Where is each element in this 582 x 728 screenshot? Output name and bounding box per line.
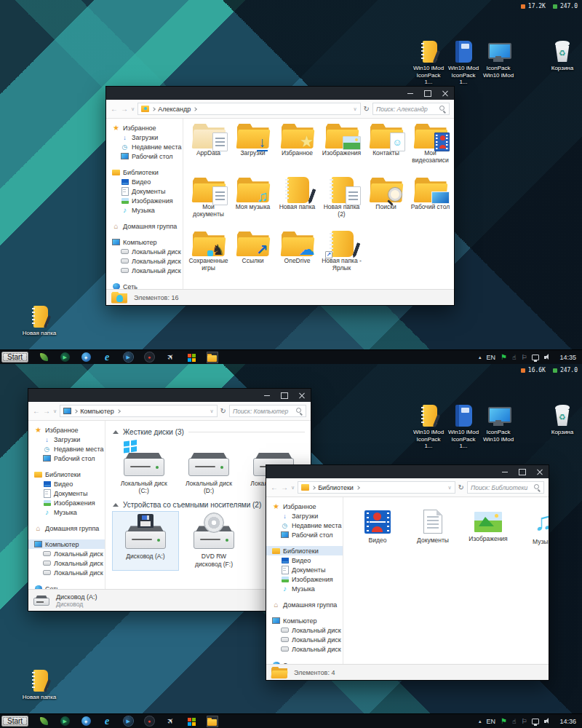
search-input[interactable]: Поиск: Компьютер <box>229 405 306 417</box>
library-item[interactable]: ♫ Музыка <box>521 507 549 545</box>
folder-item[interactable]: ☁ OneDrive <box>275 229 319 283</box>
sidebar-item[interactable]: ⌂ Домашняя группа <box>28 523 105 533</box>
group-header-hdd[interactable]: Жесткие диски (3) <box>113 428 305 436</box>
sidebar-item[interactable]: Локальный диск (E:) <box>266 644 343 654</box>
airplane-icon[interactable]: ✈ <box>164 352 176 363</box>
internet-explorer-icon[interactable]: e <box>101 352 113 363</box>
sidebar-item[interactable]: Компьютер <box>28 539 105 549</box>
sidebar-item[interactable]: Библиотеки <box>266 546 343 555</box>
sidebar-item[interactable]: ♪ Музыка <box>106 205 183 215</box>
drive-item[interactable]: Локальный диск (D:) <box>178 439 239 496</box>
tray-expand-icon[interactable]: ▴ <box>479 719 482 724</box>
language-indicator[interactable]: EN <box>486 718 495 725</box>
sidebar-item[interactable]: ★ Избранное <box>106 123 183 132</box>
action-center-flag-icon[interactable]: ⚐ <box>521 354 527 361</box>
breadcrumb[interactable]: Александр <box>158 106 191 113</box>
minimize-button[interactable] <box>496 465 514 478</box>
folder-item[interactable]: Мои документы <box>186 175 231 229</box>
folder-item[interactable]: Изображения <box>319 122 364 175</box>
address-dropdown-icon[interactable]: ∨ <box>447 485 451 491</box>
forward-button[interactable]: → <box>43 407 50 415</box>
leaf-icon[interactable] <box>38 716 49 727</box>
media-player-icon[interactable]: ▶ <box>122 716 134 727</box>
sidebar-item[interactable]: ◷ Недавние места <box>28 444 105 454</box>
sidebar-item[interactable]: Рабочий стол <box>28 454 105 463</box>
folder-item[interactable]: Новая папка - Ярлык <box>319 229 364 283</box>
history-dropdown-icon[interactable]: ∨ <box>131 106 135 112</box>
sidebar-item[interactable]: Рабочий стол <box>106 151 183 161</box>
desktop-icon[interactable]: IconPack Win10 iMod <box>482 405 515 443</box>
explorer-folder-icon[interactable] <box>207 352 218 363</box>
sidebar-item[interactable]: Компьютер <box>266 616 343 625</box>
desktop-icon[interactable]: IconPack Win10 iMod <box>482 41 515 79</box>
action-center-flag-icon[interactable]: ⚐ <box>521 718 527 725</box>
sidebar-item[interactable]: ◷ Недавние места <box>266 521 343 530</box>
sidebar-item[interactable]: ⌂ Домашняя группа <box>266 600 343 609</box>
sidebar-item[interactable]: Локальный диск (E:) <box>28 568 105 577</box>
start-button[interactable]: Start <box>1 352 28 363</box>
sidebar-item[interactable]: Документы <box>266 565 343 574</box>
sidebar-item[interactable]: ↓ Загрузки <box>28 435 105 444</box>
sidebar-item[interactable]: ↓ Загрузки <box>106 132 183 142</box>
sidebar-item[interactable]: ★ Избранное <box>266 502 343 511</box>
airplane-icon[interactable]: ✈ <box>164 716 176 727</box>
tray-expand-icon[interactable]: ▴ <box>479 355 482 360</box>
close-button[interactable] <box>436 87 454 100</box>
back-button[interactable]: ← <box>271 483 278 491</box>
explorer-folder-icon[interactable] <box>207 716 218 727</box>
folder-item[interactable]: Новая папка <box>275 175 319 229</box>
desktop-icon[interactable]: Win10 iMod IconPack 1... <box>412 405 445 450</box>
sidebar-item[interactable]: Локальный диск (C:) <box>266 625 343 635</box>
folder-item[interactable]: ♫ Моя музыка <box>231 175 275 229</box>
folder-item[interactable]: AppData <box>186 122 231 175</box>
drive-item[interactable]: DVD RW дисковод (F:) <box>181 512 247 569</box>
green-player-icon[interactable]: ▶ <box>59 352 71 363</box>
maximize-button[interactable] <box>276 389 293 402</box>
sidebar-item[interactable]: Локальный диск (C:) <box>106 247 183 256</box>
green-flag-icon[interactable]: ⚑ <box>501 353 507 361</box>
drive-item[interactable]: Дисковод (A:) <box>113 512 178 569</box>
sidebar-item[interactable]: Изображения <box>106 196 183 205</box>
library-item[interactable]: Видео <box>355 507 400 545</box>
pointer-icon[interactable]: ☝ <box>512 718 516 725</box>
sidebar-item[interactable]: Сеть <box>28 584 105 589</box>
breadcrumb[interactable]: Библиотеки <box>318 484 354 491</box>
display-icon[interactable] <box>532 719 539 724</box>
sidebar-item[interactable]: Локальный диск (E:) <box>106 266 183 275</box>
green-flag-icon[interactable]: ⚑ <box>501 717 507 725</box>
sidebar-item[interactable]: ♪ Музыка <box>28 507 105 517</box>
library-item[interactable]: Документы <box>410 507 455 545</box>
sidebar-item[interactable]: Локальный диск (C:) <box>28 549 105 558</box>
folder-item[interactable]: Поиски <box>364 175 408 229</box>
leaf-icon[interactable] <box>38 352 49 363</box>
breadcrumb[interactable]: Компьютер <box>80 408 114 415</box>
green-player-icon[interactable]: ▶ <box>59 716 71 727</box>
record-icon[interactable]: ● <box>143 352 155 363</box>
refresh-button[interactable]: ↻ <box>220 407 226 415</box>
windows-logo-icon[interactable] <box>186 716 197 727</box>
sidebar-item[interactable]: Изображения <box>28 498 105 507</box>
maximize-button[interactable] <box>419 87 436 100</box>
minimize-button[interactable] <box>402 87 419 100</box>
address-bar[interactable]: Библиотеки ∨ <box>298 481 455 494</box>
sidebar-item[interactable]: Библиотеки <box>106 167 183 177</box>
minimize-button[interactable] <box>258 389 276 402</box>
desktop-icon[interactable]: ♻ Корзина <box>546 405 579 436</box>
display-icon[interactable] <box>532 355 539 360</box>
media-player-icon[interactable]: ▶ <box>122 352 134 363</box>
sidebar-item[interactable]: ↓ Загрузки <box>266 511 343 521</box>
desktop-icon[interactable]: Win10 iMod IconPack 1... <box>447 41 480 86</box>
desktop-icon[interactable]: Win10 iMod IconPack 1... <box>447 405 480 450</box>
speaker-icon[interactable] <box>544 354 552 360</box>
sidebar-item[interactable]: Локальный диск (D:) <box>106 256 183 266</box>
sidebar-item[interactable]: Видео <box>266 555 343 565</box>
sidebar-item[interactable]: Документы <box>106 186 183 196</box>
folder-item[interactable]: ♞ Сохраненные игры <box>186 229 231 283</box>
pointer-icon[interactable]: ☝ <box>512 354 516 361</box>
address-bar[interactable]: Компьютер ∨ <box>60 405 217 417</box>
sidebar-item[interactable]: ★ Избранное <box>28 425 105 435</box>
sidebar-item[interactable]: Локальный диск (D:) <box>28 558 105 568</box>
folder-item[interactable]: ☺ Контакты <box>364 122 408 175</box>
history-dropdown-icon[interactable]: ∨ <box>53 408 57 414</box>
sidebar-item[interactable]: Документы <box>28 488 105 498</box>
